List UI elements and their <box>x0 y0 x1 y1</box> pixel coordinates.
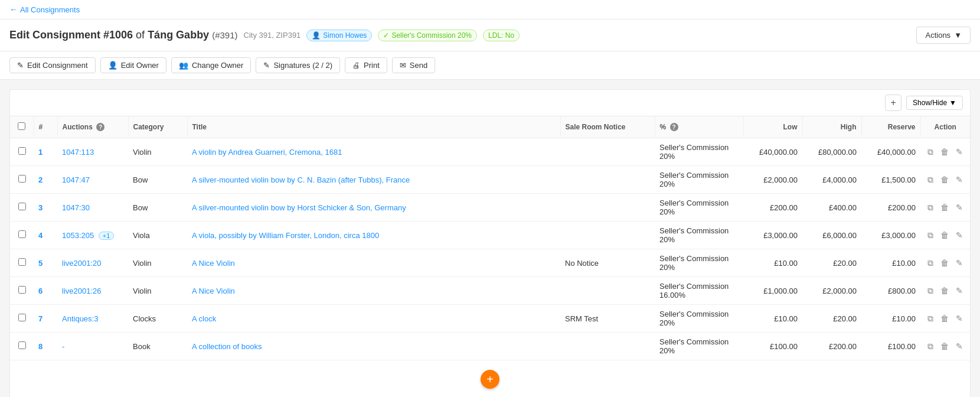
row-checkbox[interactable] <box>18 341 26 349</box>
add-circle-button[interactable]: + <box>481 370 499 389</box>
row-percent: Seller's Commission 20% <box>655 138 743 166</box>
edit-consignment-button[interactable]: ✎ Edit Consignment <box>9 57 96 73</box>
th-percent: % ? <box>655 116 743 138</box>
edit-button[interactable]: ✎ <box>953 146 965 158</box>
row-srn: No Notice <box>560 249 655 277</box>
percent-help-icon[interactable]: ? <box>670 123 678 131</box>
th-auctions: Auctions ? <box>57 116 128 138</box>
edit-button[interactable]: ✎ <box>953 201 965 214</box>
row-checkbox-cell <box>10 138 34 166</box>
row-checkbox[interactable] <box>18 314 26 321</box>
user-badge: 👤 Simon Howes <box>306 30 372 41</box>
row-title: A silver-mounted violin bow by Horst Sch… <box>187 194 560 222</box>
auction-link[interactable]: 1047:113 <box>62 148 94 157</box>
row-checkbox[interactable] <box>18 147 26 155</box>
delete-button[interactable]: 🗑 <box>938 174 951 186</box>
row-checkbox[interactable] <box>18 286 26 294</box>
title-link[interactable]: A violin by Andrea Guarneri, Cremona, 16… <box>192 148 342 157</box>
title-link[interactable]: A silver-mounted violin bow by Horst Sch… <box>192 203 406 212</box>
row-srn <box>560 277 655 305</box>
send-label: Send <box>410 61 427 70</box>
page-title: Edit Consignment #1006 of Táng Gabby (#3… <box>9 29 238 41</box>
duplicate-button[interactable]: ⧉ <box>925 229 936 242</box>
row-checkbox[interactable] <box>18 175 26 183</box>
auction-link[interactable]: 1047:30 <box>62 203 90 212</box>
actions-button[interactable]: Actions ▼ <box>916 27 971 44</box>
row-checkbox-cell <box>10 222 34 249</box>
send-button[interactable]: ✉ Send <box>392 57 435 73</box>
edit-button[interactable]: ✎ <box>953 229 965 242</box>
show-hide-button[interactable]: Show/Hide ▼ <box>906 96 963 110</box>
row-reserve: £3,000.00 <box>861 222 920 249</box>
row-high: £2,000.00 <box>802 277 861 305</box>
th-low: Low <box>743 116 802 138</box>
row-auctions: Antiques:3 <box>57 305 128 333</box>
auction-link[interactable]: - <box>62 342 64 351</box>
of-text: of <box>136 29 145 41</box>
row-action-cell: ⧉ 🗑 ✎ <box>920 249 970 277</box>
duplicate-button[interactable]: ⧉ <box>925 340 936 353</box>
duplicate-button[interactable]: ⧉ <box>925 174 936 186</box>
add-item-button-sm[interactable]: + <box>885 95 901 111</box>
edit-button[interactable]: ✎ <box>953 340 965 353</box>
edit-owner-button[interactable]: 👤 Edit Owner <box>100 57 166 73</box>
signatures-button[interactable]: ✎ Signatures (2 / 2) <box>256 57 340 73</box>
duplicate-button[interactable]: ⧉ <box>925 201 936 214</box>
edit-button[interactable]: ✎ <box>953 174 965 186</box>
delete-button[interactable]: 🗑 <box>938 201 951 214</box>
duplicate-button[interactable]: ⧉ <box>925 146 936 158</box>
table-toolbar: + Show/Hide ▼ <box>10 90 970 116</box>
th-action: Action <box>920 116 970 138</box>
edit-button[interactable]: ✎ <box>953 313 965 325</box>
commission-badge-label: Seller's Commission 20% <box>391 31 472 40</box>
row-auctions: live2001:26 <box>57 277 128 305</box>
title-prefix: Edit Consignment <box>9 29 100 41</box>
row-percent: Seller's Commission 20% <box>655 166 743 194</box>
title-link[interactable]: A Nice Violin <box>192 259 235 268</box>
title-link[interactable]: A collection of books <box>192 342 262 351</box>
delete-button[interactable]: 🗑 <box>938 257 951 269</box>
duplicate-button[interactable]: ⧉ <box>925 313 936 325</box>
title-link[interactable]: A silver-mounted violin bow by C. N. Baz… <box>192 175 410 184</box>
back-link[interactable]: ← All Consignments <box>9 5 80 14</box>
auction-link[interactable]: live2001:20 <box>62 259 102 268</box>
table-container: + Show/Hide ▼ # Auctions ? <box>9 89 971 397</box>
auction-link[interactable]: 1053:205 <box>62 231 94 240</box>
row-title: A violin by Andrea Guarneri, Cremona, 16… <box>187 138 560 166</box>
auction-link[interactable]: 1047:47 <box>62 175 90 184</box>
delete-button[interactable]: 🗑 <box>938 313 951 325</box>
row-checkbox[interactable] <box>18 258 26 266</box>
select-all-checkbox[interactable] <box>18 122 25 130</box>
row-title: A viola, possibly by William Forster, Lo… <box>187 222 560 249</box>
row-checkbox-cell <box>10 166 34 194</box>
delete-button[interactable]: 🗑 <box>938 146 951 158</box>
duplicate-button[interactable]: ⧉ <box>925 257 936 269</box>
delete-button[interactable]: 🗑 <box>938 340 951 353</box>
delete-button[interactable]: 🗑 <box>938 229 951 242</box>
row-num: 7 <box>34 305 57 333</box>
table-row: 2 1047:47 Bow A silver-mounted violin bo… <box>10 166 970 194</box>
row-reserve: £200.00 <box>861 194 920 222</box>
row-checkbox-cell <box>10 249 34 277</box>
row-checkbox[interactable] <box>18 230 26 238</box>
row-checkbox[interactable] <box>18 203 26 210</box>
change-owner-button[interactable]: 👥 Change Owner <box>171 57 251 73</box>
auction-link[interactable]: Antiques:3 <box>62 314 98 323</box>
auction-link[interactable]: live2001:26 <box>62 287 102 295</box>
row-srn <box>560 222 655 249</box>
row-reserve: £10.00 <box>861 249 920 277</box>
top-nav: ← All Consignments <box>0 0 980 19</box>
auctions-help-icon[interactable]: ? <box>96 123 104 131</box>
title-link[interactable]: A clock <box>192 314 216 323</box>
edit-button[interactable]: ✎ <box>953 257 965 269</box>
duplicate-button[interactable]: ⧉ <box>925 285 936 297</box>
th-srn: Sale Room Notice <box>560 116 655 138</box>
edit-button[interactable]: ✎ <box>953 285 965 297</box>
print-button[interactable]: 🖨 Print <box>345 57 387 73</box>
row-low: £100.00 <box>743 333 802 360</box>
table-body: 1 1047:113 Violin A violin by Andrea Gua… <box>10 138 970 360</box>
title-link[interactable]: A viola, possibly by William Forster, Lo… <box>192 231 379 240</box>
delete-button[interactable]: 🗑 <box>938 285 951 297</box>
title-link[interactable]: A Nice Violin <box>192 287 235 295</box>
row-category: Bow <box>128 194 187 222</box>
